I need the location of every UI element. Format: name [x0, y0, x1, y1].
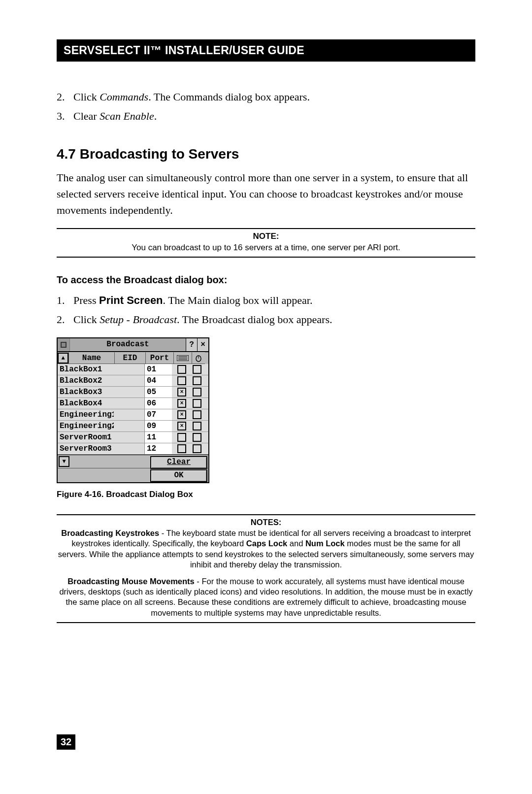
cell-name: BlackBox2 — [58, 375, 114, 386]
cell-name: Engineering1 — [58, 409, 114, 420]
keyboard-checkbox[interactable] — [172, 409, 190, 420]
cell-eid — [114, 409, 144, 420]
notes-paragraph: Broadcasting Mouse Movements - For the m… — [57, 576, 475, 619]
keyboard-checkbox[interactable] — [172, 375, 190, 386]
text-emphasis: Scan Enable — [100, 110, 154, 122]
table-row[interactable]: BlackBox101 — [58, 364, 208, 375]
arrow-up-icon: ▲ — [58, 353, 68, 364]
text: . The Main dialog box will appear. — [163, 294, 313, 306]
list-item: 2. Click Setup - Broadcast. The Broadcas… — [57, 311, 475, 328]
text-strong: Broadcasting Keystrokes — [61, 529, 159, 537]
list-item: 1. Press Print Screen. The Main dialog b… — [57, 292, 475, 308]
table-row[interactable]: BlackBox204 — [58, 375, 208, 387]
table-row[interactable]: BlackBox305 — [58, 387, 208, 398]
mouse-checkbox[interactable] — [190, 443, 202, 454]
cell-name: ServerRoom3 — [58, 443, 114, 454]
mouse-checkbox[interactable] — [190, 375, 202, 386]
mouse-checkbox[interactable] — [190, 432, 202, 443]
list-text: Click Setup - Broadcast. The Broadcast d… — [73, 311, 475, 328]
mouse-checkbox[interactable] — [190, 398, 202, 409]
table-row[interactable]: Engineering209 — [58, 421, 208, 432]
cell-eid — [114, 421, 144, 431]
text: Click — [73, 313, 100, 326]
notes-paragraph: Broadcasting Keystrokes - The keyboard s… — [57, 528, 475, 570]
cell-eid — [114, 375, 144, 386]
text-emphasis: Setup - Broadcast — [100, 313, 177, 326]
broadcast-dialog: Broadcast ? × ▲ Name EID Port BlackBox10… — [57, 337, 209, 483]
list-number: 1. — [57, 292, 73, 308]
keyboard-checkbox[interactable] — [172, 443, 190, 454]
text-strong: Print Screen — [99, 294, 163, 306]
close-icon[interactable]: × — [197, 338, 208, 351]
text-emphasis: Commands — [100, 91, 148, 103]
mouse-checkbox[interactable] — [190, 364, 202, 375]
list-text: Press Print Screen. The Main dialog box … — [73, 292, 475, 308]
text: Clear — [73, 110, 100, 122]
mouse-checkbox[interactable] — [190, 421, 202, 431]
note-block: NOTE: You can broadcast to up to 16 serv… — [57, 228, 475, 258]
scroll-down-button[interactable]: ▼ — [59, 456, 69, 467]
text: . The Commands dialog box appears. — [148, 91, 310, 103]
list-item: 2. Click Commands. The Commands dialog b… — [57, 89, 475, 105]
notes-title: NOTES: — [57, 517, 475, 528]
page-number: 32 — [57, 734, 75, 750]
page-header: SERVSELECT II™ INSTALLER/USER GUIDE — [57, 39, 475, 62]
cell-port: 01 — [144, 364, 172, 375]
mouse-checkbox[interactable] — [190, 387, 202, 397]
system-menu-icon[interactable] — [58, 338, 70, 351]
page-body: 2. Click Commands. The Commands dialog b… — [57, 62, 475, 623]
scroll-up-button[interactable]: ▲ — [58, 352, 69, 364]
sub-heading: To access the Broadcast dialog box: — [57, 272, 475, 287]
notes-block: NOTES: Broadcasting Keystrokes - The key… — [57, 514, 475, 623]
keyboard-checkbox[interactable] — [172, 432, 190, 443]
keyboard-icon — [174, 352, 192, 364]
text: Press — [73, 294, 99, 306]
text: . The Broadcast dialog box appears. — [177, 313, 332, 326]
cell-name: BlackBox4 — [58, 398, 114, 409]
help-icon[interactable]: ? — [186, 338, 197, 351]
table-row[interactable]: ServerRoom312 — [58, 443, 208, 455]
list-text: Click Commands. The Commands dialog box … — [73, 89, 475, 105]
table-row[interactable]: Engineering107 — [58, 409, 208, 421]
figure-caption: Figure 4-16. Broadcast Dialog Box — [57, 488, 475, 501]
note-text: You can broadcast to up to 16 servers at… — [57, 242, 475, 254]
text-strong: Caps Lock — [246, 539, 287, 548]
column-header-port[interactable]: Port — [146, 352, 174, 364]
table-row[interactable]: BlackBox406 — [58, 398, 208, 409]
dialog-footer: ▼ Clear — [57, 455, 209, 468]
svg-rect-1 — [62, 343, 66, 347]
clear-button[interactable]: Clear — [150, 456, 207, 469]
column-header-name[interactable]: Name — [69, 352, 115, 364]
document-page: SERVSELECT II™ INSTALLER/USER GUIDE 2. C… — [0, 0, 532, 794]
cell-port: 12 — [144, 443, 172, 454]
cell-name: ServerRoom1 — [58, 432, 114, 443]
cell-name: BlackBox3 — [58, 387, 114, 397]
list-number: 3. — [57, 108, 73, 124]
text-strong: Broadcasting Mouse Movements — [67, 577, 195, 586]
section-heading: 4.7 Broadcasting to Servers — [57, 144, 475, 165]
keyboard-checkbox[interactable] — [172, 364, 190, 375]
dialog-column-headers: ▲ Name EID Port — [57, 352, 209, 364]
mouse-icon — [192, 352, 205, 364]
table-row[interactable]: ServerRoom111 — [58, 432, 208, 443]
cell-eid — [114, 387, 144, 397]
ok-button[interactable]: OK — [150, 469, 207, 482]
keyboard-checkbox[interactable] — [172, 387, 190, 397]
cell-eid — [114, 364, 144, 375]
cell-name: BlackBox1 — [58, 364, 114, 375]
cell-name: Engineering2 — [58, 421, 114, 431]
text: and — [287, 539, 305, 548]
dialog-title: Broadcast — [70, 338, 186, 351]
column-header-eid[interactable]: EID — [115, 352, 146, 364]
cell-port: 05 — [144, 387, 172, 397]
text-strong: Num Lock — [305, 539, 345, 548]
cell-eid — [114, 432, 144, 443]
dialog-footer: OK — [57, 468, 209, 483]
dialog-titlebar: Broadcast ? × — [57, 337, 209, 352]
keyboard-checkbox[interactable] — [172, 398, 190, 409]
cell-eid — [114, 398, 144, 409]
list-item: 3. Clear Scan Enable. — [57, 108, 475, 124]
cell-port: 09 — [144, 421, 172, 431]
mouse-checkbox[interactable] — [190, 409, 202, 420]
keyboard-checkbox[interactable] — [172, 421, 190, 431]
